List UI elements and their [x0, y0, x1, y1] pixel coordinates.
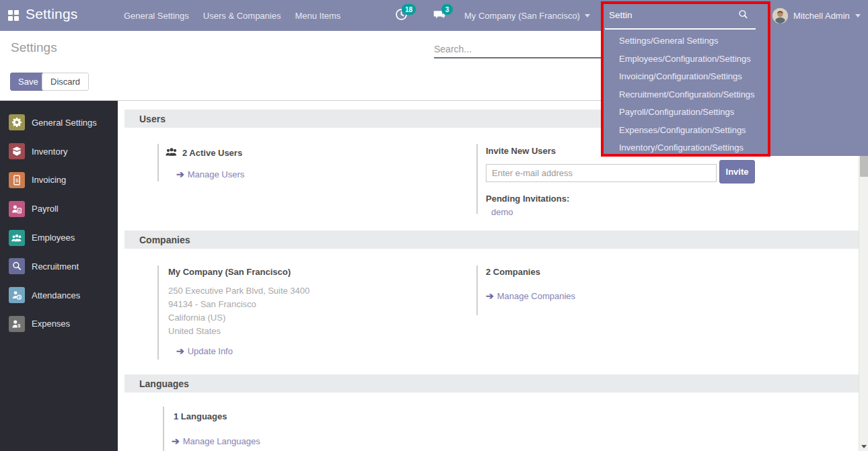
- gear-icon: [9, 114, 25, 130]
- company-switcher[interactable]: My Company (San Francisco): [464, 0, 590, 31]
- sidebar-item-label: Recruitment: [32, 261, 79, 272]
- arrow-right-icon: ➔: [176, 169, 184, 179]
- languages-box: 1 Languages ➔ Manage Languages: [163, 407, 365, 451]
- discard-button[interactable]: Discard: [42, 73, 89, 91]
- nav-item-general-settings[interactable]: General Settings: [124, 11, 189, 21]
- arrow-right-icon: ➔: [172, 436, 180, 446]
- search-result-item[interactable]: Inventory/Configuration/Settings: [602, 139, 772, 157]
- sidebar-item-label: General Settings: [32, 118, 97, 128]
- pending-user-link[interactable]: demo: [491, 207, 513, 217]
- users-group-icon: [165, 145, 178, 161]
- messages-systray[interactable]: 3: [433, 0, 456, 31]
- svg-text:$: $: [17, 323, 20, 329]
- sidebar-item-expenses[interactable]: $ Expenses: [0, 310, 118, 339]
- languages-count: 1 Languages: [174, 411, 365, 421]
- arrow-right-icon: ➔: [176, 345, 184, 356]
- companies-count: 2 Companies: [486, 267, 678, 277]
- payroll-icon: $: [9, 201, 25, 217]
- sidebar-item-label: Employees: [32, 233, 75, 243]
- sidebar-item-label: Attendances: [32, 290, 80, 300]
- avatar: [772, 8, 788, 24]
- search-icon[interactable]: [737, 9, 749, 22]
- navbar-menu: General Settings Users & Companies Menu …: [124, 0, 340, 31]
- attendance-icon: [9, 287, 25, 303]
- search-result-item[interactable]: Expenses/Configuration/Settings: [602, 122, 772, 140]
- chevron-down-icon: [585, 14, 590, 17]
- scrollbar-down-arrow-icon[interactable]: [861, 445, 867, 448]
- sidebar-item-label: Inventory: [32, 147, 67, 157]
- search-results-list: Settings/General Settings Employees/Conf…: [602, 32, 772, 157]
- search-result-item[interactable]: Employees/Configuration/Settings: [602, 50, 772, 69]
- company-address-line: 94134 - San Francisco: [168, 298, 474, 311]
- nav-item-users-companies[interactable]: Users & Companies: [203, 11, 281, 21]
- active-users-box: 2 Active Users ➔ Manage Users: [157, 144, 359, 181]
- user-name: Mitchell Admin: [793, 11, 850, 21]
- manage-companies-link[interactable]: ➔ Manage Companies: [486, 290, 575, 301]
- sidebar-item-invoicing[interactable]: $ Invoicing: [0, 166, 118, 195]
- arrow-right-icon: ➔: [486, 290, 494, 301]
- settings-sidebar: General Settings Inventory $ Invoicing $…: [0, 101, 118, 451]
- employees-icon: [9, 230, 25, 246]
- sidebar-item-inventory[interactable]: Inventory: [0, 137, 118, 166]
- sidebar-item-label: Invoicing: [32, 175, 66, 185]
- active-users-count: 2 Active Users: [182, 148, 242, 158]
- company-info-box: My Company (San Francisco) 250 Executive…: [157, 265, 474, 360]
- save-button[interactable]: Save: [10, 73, 46, 91]
- apps-menu-icon[interactable]: [8, 10, 19, 21]
- svg-text:$: $: [15, 177, 19, 183]
- search-result-item[interactable]: Settings/General Settings: [602, 32, 772, 50]
- invite-users-label: Invite New Users: [486, 146, 556, 156]
- invoice-icon: $: [9, 172, 25, 188]
- scrollbar-thumb[interactable]: [860, 156, 868, 177]
- search-input-underline: [605, 28, 756, 30]
- sidebar-item-label: Payroll: [32, 204, 59, 214]
- app-brand-title: Settings: [26, 6, 77, 22]
- section-header-companies: Companies: [124, 231, 859, 249]
- sidebar-item-general-settings[interactable]: General Settings: [0, 108, 118, 137]
- manage-languages-link[interactable]: ➔ Manage Languages: [172, 436, 260, 446]
- activities-systray[interactable]: 18: [394, 0, 417, 31]
- chevron-down-icon: [855, 14, 861, 17]
- invite-button[interactable]: Invite: [719, 160, 755, 183]
- sidebar-item-recruitment[interactable]: Recruitment: [0, 252, 118, 281]
- user-menu[interactable]: Mitchell Admin: [772, 0, 861, 31]
- manage-users-link[interactable]: ➔ Manage Users: [176, 169, 244, 179]
- breadcrumb: Settings: [11, 40, 57, 55]
- nav-item-menu-items[interactable]: Menu Items: [295, 11, 340, 21]
- activities-badge: 18: [402, 4, 416, 15]
- box-icon: [9, 143, 25, 159]
- messages-badge: 3: [441, 4, 453, 15]
- section-title: Languages: [139, 378, 189, 389]
- company-address-line: 250 Executive Park Blvd, Suite 3400: [168, 284, 474, 298]
- pending-invitations-label: Pending Invitations:: [486, 194, 569, 204]
- update-info-link[interactable]: ➔ Update Info: [176, 345, 233, 356]
- company-switcher-label: My Company (San Francisco): [464, 11, 580, 21]
- magnifier-icon: [9, 258, 25, 274]
- section-header-languages: Languages: [124, 374, 859, 393]
- search-result-item[interactable]: Recruitment/Configuration/Settings: [602, 86, 772, 104]
- svg-text:$: $: [18, 208, 20, 212]
- invite-email-input[interactable]: [486, 164, 717, 182]
- search-result-item[interactable]: Invoicing/Configuration/Settings: [602, 68, 772, 86]
- section-title: Companies: [139, 235, 190, 245]
- sidebar-item-attendances[interactable]: Attendances: [0, 281, 118, 310]
- menu-search-input[interactable]: [609, 5, 733, 24]
- search-result-item[interactable]: Payroll/Configuration/Settings: [602, 104, 772, 122]
- company-name: My Company (San Francisco): [168, 267, 474, 277]
- section-title: Users: [139, 114, 166, 124]
- expense-icon: $: [9, 316, 25, 332]
- sidebar-item-employees[interactable]: Employees: [0, 223, 118, 252]
- company-address-line: United States: [168, 325, 474, 338]
- sidebar-item-label: Expenses: [32, 319, 70, 329]
- company-address-line: California (US): [168, 311, 474, 325]
- companies-count-box: 2 Companies ➔ Manage Companies: [476, 265, 678, 315]
- sidebar-item-payroll[interactable]: $ Payroll: [0, 194, 118, 223]
- settings-page: Settings General Settings Users & Compan…: [0, 0, 868, 451]
